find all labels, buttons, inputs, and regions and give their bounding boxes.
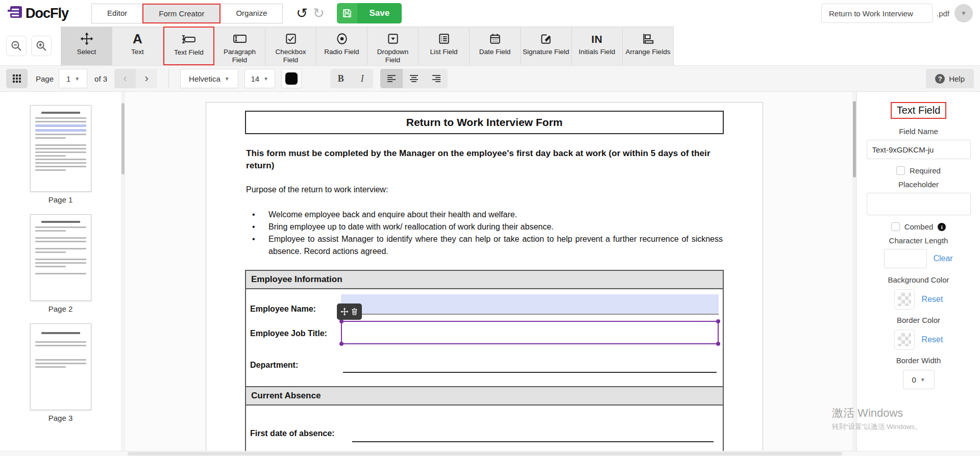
document-bullet-list: Welcome employee back and enquire about … — [252, 209, 723, 258]
italic-button[interactable]: I — [352, 69, 373, 88]
field-row-label: First date of absence: — [250, 429, 334, 438]
resize-handle[interactable] — [716, 319, 720, 323]
tool-paragraph-field[interactable]: Paragraph Field — [214, 27, 265, 65]
tab-form-creator[interactable]: Form Creator — [142, 4, 220, 23]
field-name-label: Field Name — [857, 127, 980, 136]
chevron-down-icon: ▼ — [263, 76, 268, 82]
chevron-down-icon: ▼ — [75, 76, 80, 82]
combed-label: Combed — [904, 222, 934, 231]
previous-page-button[interactable]: ‹ — [114, 69, 136, 88]
page-select[interactable]: 1 ▼ — [59, 69, 87, 88]
delete-field-icon[interactable] — [351, 308, 358, 316]
align-right-button[interactable] — [425, 69, 448, 88]
tool-checkbox-field[interactable]: Checkbox Field — [265, 27, 316, 65]
resize-handle[interactable] — [339, 319, 344, 323]
help-button[interactable]: ? Help — [926, 69, 974, 88]
docfly-logo[interactable]: DocFly — [7, 6, 68, 21]
move-field-icon[interactable] — [340, 308, 349, 316]
page-thumbnail-2[interactable] — [30, 214, 91, 301]
bold-button[interactable]: B — [330, 69, 352, 88]
move-icon — [80, 31, 93, 46]
tool-initials-field[interactable]: IN Initials Field — [572, 27, 623, 65]
page-select-value: 1 — [66, 74, 70, 83]
chevron-left-icon: ‹ — [123, 72, 127, 85]
tool-list-field[interactable]: List Field — [419, 27, 470, 65]
selected-text-field[interactable] — [341, 321, 719, 344]
document-intro: This form must be completed by the Manag… — [246, 147, 723, 172]
employee-name-row: Employee Name: — [246, 289, 723, 320]
page-thumbnail-1[interactable] — [30, 105, 91, 192]
tool-radio-field[interactable]: Radio Field — [316, 27, 368, 65]
font-family-value: Helvetica — [189, 74, 220, 83]
horizontal-scrollbar[interactable] — [0, 451, 980, 456]
tool-arrange-fields[interactable]: Arrange Fields — [623, 27, 674, 65]
employee-name-form-field[interactable] — [341, 294, 719, 315]
clear-link[interactable]: Clear — [933, 254, 952, 263]
tool-label: Dropdown Field — [370, 48, 416, 64]
font-size-select[interactable]: 14 ▼ — [244, 69, 275, 88]
tool-label: Select — [63, 48, 110, 56]
section-header: Employee Information — [246, 271, 723, 289]
resize-handle[interactable] — [716, 342, 720, 346]
thumbnails-sidebar: Page 1 Page 2 Page 3 — [0, 92, 121, 451]
next-page-button[interactable]: › — [136, 69, 157, 88]
document-page: Return to Work Interview Form This form … — [206, 102, 763, 451]
filename-input[interactable] — [821, 4, 933, 23]
field-name-input[interactable] — [867, 140, 971, 159]
align-left-button[interactable] — [380, 69, 403, 88]
write-in-line — [352, 441, 714, 442]
text-field-properties-panel: Text Field Field Name Required Placehold… — [856, 92, 980, 451]
border-color-reset-link[interactable]: Reset — [922, 335, 943, 344]
align-center-button[interactable] — [403, 69, 425, 88]
undo-icon[interactable]: ↺ — [296, 7, 308, 20]
tool-dropdown-field[interactable]: Dropdown Field — [368, 27, 419, 65]
tab-editor[interactable]: Editor — [91, 4, 143, 23]
background-color-swatch[interactable] — [894, 289, 915, 310]
page-thumbnail-label: Page 2 — [48, 305, 73, 313]
page-thumbnail-3[interactable] — [30, 323, 91, 410]
zoom-out-button[interactable] — [6, 36, 27, 56]
list-icon — [437, 31, 451, 46]
redo-icon[interactable]: ↻ — [313, 7, 325, 20]
bullet-item: Bring employee up to date with work/ rea… — [252, 221, 723, 233]
placeholder-input[interactable] — [867, 193, 971, 215]
document-canvas[interactable]: Return to Work Interview Form This form … — [125, 92, 852, 451]
document-title: Return to Work Interview Form — [245, 111, 724, 134]
info-icon[interactable]: i — [938, 223, 946, 231]
required-label: Required — [910, 166, 941, 175]
align-center-icon — [409, 74, 419, 83]
combed-checkbox[interactable] — [891, 222, 900, 231]
border-color-swatch[interactable] — [894, 330, 915, 350]
character-length-input[interactable] — [884, 249, 927, 268]
text-field-icon — [181, 32, 197, 47]
tab-organize[interactable]: Organize — [220, 4, 283, 23]
thumbnail-grid-button[interactable] — [6, 69, 28, 88]
page-label: Page — [36, 74, 54, 83]
font-family-select[interactable]: Helvetica ▼ — [180, 69, 238, 88]
tool-date-field[interactable]: Date Field — [470, 27, 521, 65]
background-color-reset-link[interactable]: Reset — [922, 295, 943, 304]
zoom-out-icon — [10, 40, 22, 52]
tool-select[interactable]: Select — [61, 27, 112, 65]
tool-text[interactable]: A Text — [112, 27, 163, 65]
zoom-in-button[interactable] — [31, 36, 52, 56]
document-scrollbar[interactable] — [852, 92, 856, 451]
save-button[interactable]: Save — [337, 3, 402, 23]
font-color-button[interactable] — [281, 69, 302, 88]
docfly-logo-icon — [7, 6, 22, 21]
employee-information-section: Employee Information Employee Name: — [245, 270, 724, 386]
border-color-label: Border Color — [857, 316, 980, 324]
resize-handle[interactable] — [339, 342, 344, 346]
tool-label: Date Field — [472, 48, 519, 56]
thumbnails-scrollbar[interactable] — [121, 92, 125, 451]
current-absence-section: Current Absence First date of absence: L… — [245, 386, 724, 451]
tool-signature-field[interactable]: Signature Field — [521, 27, 572, 65]
tool-text-field[interactable]: Text Field — [163, 27, 214, 65]
required-checkbox[interactable] — [896, 166, 905, 175]
tool-label: Arrange Fields — [625, 48, 672, 56]
account-menu-button[interactable]: ▼ — [954, 4, 973, 22]
align-right-icon — [431, 74, 442, 83]
grid-icon — [12, 73, 22, 84]
chevron-right-icon: › — [144, 72, 148, 85]
border-width-select[interactable]: 0 ▼ — [903, 370, 935, 389]
